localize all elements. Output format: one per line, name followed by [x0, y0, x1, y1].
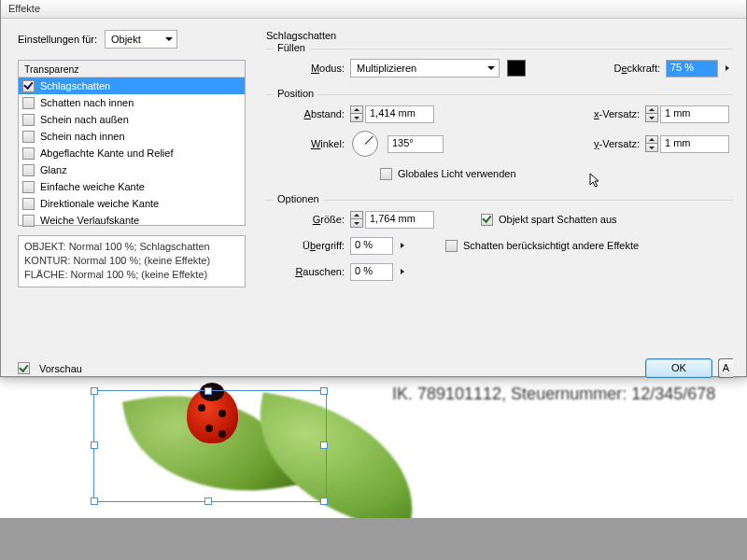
effect-checkbox[interactable] [22, 181, 35, 193]
effects-list-tab[interactable]: Transparenz [19, 61, 245, 77]
opacity-label: Deckkraft: [613, 63, 660, 74]
effect-checkbox[interactable] [22, 147, 35, 160]
fill-legend: Füllen [274, 42, 309, 53]
honors-label: Schatten berücksichtigt andere Effekte [463, 240, 639, 251]
flyout-icon[interactable] [401, 243, 404, 248]
y-offset-label: y-Versatz: [594, 138, 640, 149]
angle-label: Winkel: [277, 138, 345, 149]
effect-label: Einfache weiche Kante [40, 181, 145, 192]
ok-button[interactable]: OK [645, 358, 712, 378]
x-offset-input[interactable]: 1 mm [660, 105, 729, 123]
effects-list-item[interactable]: Einfache weiche Kante [19, 178, 245, 195]
position-group: Position Abstand: 1,414 mm x-Versatz: 1 … [266, 94, 733, 196]
chevron-down-icon [165, 37, 173, 41]
effects-dialog: Effekte Einstellungen für: Objekt Transp… [0, 0, 747, 377]
size-label: Größe: [277, 214, 345, 225]
knockout-checkbox[interactable] [481, 214, 493, 226]
mode-value: Multiplizieren [357, 63, 416, 74]
distance-spinner[interactable] [350, 105, 363, 122]
options-legend: Optionen [274, 193, 323, 204]
y-offset-input[interactable]: 1 mm [660, 135, 729, 153]
opacity-input[interactable]: 75 % [666, 60, 718, 77]
effects-list[interactable]: Transparenz SchlagschattenSchatten nach … [18, 60, 246, 226]
noise-input[interactable]: 0 % [350, 263, 393, 281]
selection-frame[interactable] [93, 390, 327, 502]
honors-checkbox[interactable] [445, 240, 458, 252]
panel-title: Schlagschatten [266, 30, 733, 41]
effects-list-item[interactable]: Schlagschatten [19, 77, 245, 94]
x-offset-label: x-Versatz: [594, 108, 640, 119]
preview-checkbox[interactable] [18, 362, 30, 374]
effect-label: Abgeflachte Kante und Relief [40, 147, 174, 159]
pasteboard [0, 518, 747, 560]
effect-checkbox[interactable] [22, 114, 35, 126]
preview-label: Vorschau [39, 363, 82, 374]
spread-input[interactable]: 0 % [350, 237, 393, 255]
effect-label: Glanz [40, 164, 67, 175]
right-panel: Schlagschatten Füllen Modus: Multiplizie… [257, 19, 746, 355]
effect-label: Schatten nach innen [40, 97, 134, 108]
effects-list-item[interactable]: Weiche Verlaufskante [19, 212, 245, 229]
dialog-title: Effekte [1, 0, 746, 19]
knockout-label: Objekt spart Schatten aus [499, 214, 617, 225]
summary-line: KONTUR: Normal 100 %; (keine Effekte) [24, 254, 239, 268]
effect-checkbox[interactable] [22, 97, 35, 109]
partial-button[interactable]: A [718, 358, 733, 378]
effects-list-item[interactable]: Glanz [19, 161, 245, 178]
effect-label: Schein nach außen [40, 114, 129, 125]
noise-label: Rauschen: [277, 266, 345, 277]
effects-summary: OBJEKT: Normal 100 %; Schlagschatten KON… [18, 235, 246, 287]
summary-line: FLÄCHE: Normal 100 %; (keine Effekte) [24, 268, 239, 282]
bg-document-text: IK. 789101112, Steuernummer: 12/345/678 [392, 385, 715, 404]
shadow-color-well[interactable] [507, 60, 526, 77]
effect-checkbox[interactable] [22, 215, 35, 227]
effect-checkbox[interactable] [22, 164, 35, 176]
mode-label: Modus: [277, 63, 345, 74]
effect-checkbox[interactable] [22, 131, 35, 143]
effects-list-item[interactable]: Direktionale weiche Kante [19, 195, 245, 212]
effect-checkbox[interactable] [22, 80, 35, 92]
effect-label: Direktionale weiche Kante [40, 198, 159, 209]
size-spinner[interactable] [350, 211, 363, 228]
effect-label: Schlagschatten [40, 80, 110, 91]
mode-dropdown[interactable]: Multiplizieren [350, 59, 500, 77]
angle-dial[interactable] [352, 131, 378, 157]
effects-list-item[interactable]: Schein nach innen [19, 128, 245, 145]
effect-checkbox[interactable] [22, 198, 35, 210]
chevron-down-icon [487, 66, 495, 70]
effects-list-item[interactable]: Schein nach außen [19, 111, 245, 128]
angle-input[interactable]: 135° [388, 135, 444, 153]
x-offset-spinner[interactable] [645, 105, 658, 122]
settings-for-value: Objekt [111, 34, 141, 45]
effects-list-item[interactable]: Abgeflachte Kante und Relief [19, 145, 245, 161]
global-light-label: Globales Licht verwenden [398, 168, 516, 179]
left-panel: Einstellungen für: Objekt Transparenz Sc… [1, 19, 257, 355]
summary-line: OBJEKT: Normal 100 %; Schlagschatten [24, 240, 239, 254]
effect-label: Schein nach innen [40, 131, 125, 142]
flyout-icon[interactable] [726, 65, 729, 71]
flyout-icon[interactable] [401, 269, 404, 274]
position-legend: Position [274, 88, 317, 99]
distance-input[interactable]: 1,414 mm [365, 105, 434, 123]
effects-list-item[interactable]: Schatten nach innen [19, 94, 245, 111]
options-group: Optionen Größe: 1,764 mm Objekt spart Sc… [266, 200, 733, 294]
fill-group: Füllen Modus: Multiplizieren Deckkraft: … [266, 49, 733, 91]
distance-label: Abstand: [277, 108, 345, 119]
settings-for-dropdown[interactable]: Objekt [105, 30, 177, 49]
spread-label: Übergriff: [277, 240, 345, 251]
global-light-checkbox[interactable] [380, 168, 392, 180]
y-offset-spinner[interactable] [645, 135, 658, 152]
size-input[interactable]: 1,764 mm [365, 211, 434, 229]
settings-for-label: Einstellungen für: [18, 34, 97, 45]
effect-label: Weiche Verlaufskante [40, 215, 139, 226]
